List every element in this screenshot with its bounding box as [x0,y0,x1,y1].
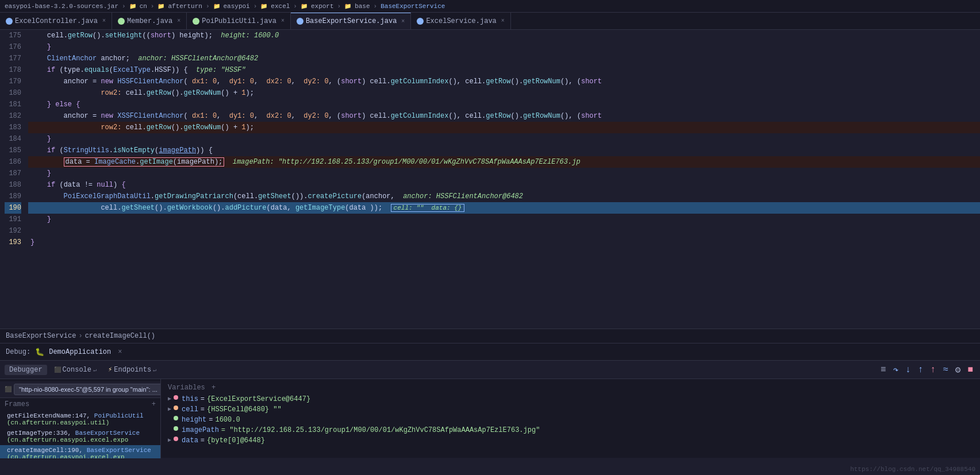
code-area: 175 176 177 178 179 180 181 182 183 184 … [0,30,980,329]
step-out-icon[interactable]: ↑ [916,365,926,375]
breadcrumb: BaseExportService › createImageCell() [0,329,980,343]
path-excel: excel [271,3,290,10]
var-item-imagepath[interactable]: ▶ imagePath = "http://192.168.25.133/gro… [163,425,978,435]
tab-close-excel-controller[interactable]: × [102,18,106,24]
tabs-bar: ExcelController.java × Member.java × Poi… [0,13,980,30]
path-easypoi: easypoi [224,3,250,10]
path-export: export [311,3,334,10]
debug-toolbar: Debugger ⬛ Console ↵ ⚡ Endpoints ↵ ≡ ↷ ↓… [0,361,980,379]
frame-item-3[interactable]: createImageCell:190, BaseExportService (… [0,445,160,458]
tab-close-poi-public-util[interactable]: × [281,18,285,24]
line-num-176: 176 [5,41,21,53]
step-into-icon[interactable]: ↓ [903,365,913,375]
frames-header: Frames + [0,398,160,411]
tab-label-excel-service: ExcelService.java [426,17,496,25]
console-label: Console [63,366,91,374]
resume-icon[interactable]: ≡ [878,365,889,375]
var-item-data[interactable]: ▶ data = {byte[0]@6448} [163,435,978,446]
debugger-tab[interactable]: Debugger [5,365,47,375]
code-line-178: if (type.equals(ExcelType.HSSF)) { type:… [28,64,980,76]
tab-excel-service[interactable]: ExcelService.java × [411,13,510,30]
expand-arrow-imagepath: ▶ [168,426,171,433]
frame-item-2[interactable]: getImageType:336, BaseExportService (cn.… [0,428,160,445]
line-num-185: 185 [5,145,21,156]
frames-panel: ⬛ "http-nio-8080-exec-5"@5,597 in group … [0,379,161,458]
var-value-imagepath: = "http://192.168.25.133/group1/M00/00/0… [221,426,540,434]
var-name-imagepath: imagePath [182,426,219,434]
endpoints-arrow: ↵ [153,366,156,373]
code-line-179: anchor = new HSSFClientAnchor( dx1: 0, d… [28,76,980,87]
frame-method-1: getFileExtendName:147, [7,412,94,419]
step-over-icon[interactable]: ↷ [891,364,901,376]
code-line-187: } [28,168,980,179]
var-item-height[interactable]: ▶ height = 1600.0 [163,415,978,425]
code-line-183: row2: cell.getRow().getRowNum() + 1); [28,122,980,133]
var-dot-this [174,395,178,400]
frame-class-3: BaseExportService [87,447,151,454]
code-line-182: anchor = new XSSFClientAnchor( dx1: 0, d… [28,110,980,122]
run-to-cursor-icon[interactable]: ↑ [928,365,939,375]
code-line-181: } else { [28,99,980,110]
expand-arrow-data[interactable]: ▶ [168,437,171,443]
var-name-cell: cell [182,406,198,414]
variables-label: Variables [168,384,205,392]
tab-base-export-service[interactable]: BaseExportService.java × [291,13,411,30]
evaluate-icon[interactable]: ≈ [940,365,951,375]
frames-label: Frames [5,400,29,408]
code-content[interactable]: cell.getRow().setHeight((short) height);… [26,30,980,329]
debug-title: Debug: 🐛 DemoApplication × [0,343,980,361]
console-tab[interactable]: ⬛ Console ↵ [49,365,101,375]
breadcrumb-class: BaseExportService [6,332,76,340]
var-equals-cell: = [201,406,205,414]
tab-label-base-export-service: BaseExportService.java [306,17,397,25]
java-i-icon-2 [193,18,199,25]
code-line-188: if (data != null) { [28,179,980,191]
var-value-cell: {HSSFCell@6480} "" [207,406,282,414]
frame-item-1[interactable]: getFileExtendName:147, PoiPublicUtil (cn… [0,411,160,428]
folder-icon-2: 📁 [157,3,164,10]
expand-arrow-this[interactable]: ▶ [168,395,171,402]
variables-header: Variables + [163,381,978,394]
tab-close-excel-service[interactable]: × [501,18,505,24]
folder-icon-3: 📁 [213,3,220,10]
tab-member[interactable]: Member.java × [112,13,187,30]
frame-pkg-2: (cn.afterturn.easypoi.excel.expo [7,437,128,443]
settings-icon[interactable]: ⚙ [953,364,963,376]
code-line-191: } [28,214,980,225]
line-num-189: 189 [5,191,21,202]
debug-close-icon[interactable]: × [118,348,122,356]
var-item-this[interactable]: ▶ this = {ExcelExportService@6447} [163,394,978,404]
java-c-icon [6,18,13,25]
tab-excel-controller[interactable]: ExcelController.java × [0,13,112,30]
line-num-186: 186 [5,156,21,168]
line-num-184: 184 [5,133,21,145]
line-num-188: 188 [5,179,21,191]
endpoints-tab[interactable]: ⚡ Endpoints ↵ [103,364,161,375]
line-num-190: 190 [5,202,21,214]
code-line-177: ClientAnchor anchor; anchor: HSSFClientA… [28,53,980,64]
console-arrow: ↵ [93,366,97,373]
path-class: BaseExportService [381,3,445,10]
code-line-185: if (StringUtils.isNotEmpty(imagePath)) { [28,145,980,156]
tab-close-member[interactable]: × [177,18,180,24]
line-num-182: 182 [5,110,21,122]
thread-dropdown[interactable]: "http-nio-8080-exec-5"@5,597 in group "m… [14,384,161,395]
frames-add-icon[interactable]: + [152,400,156,408]
tab-close-base-export-service[interactable]: × [401,18,405,25]
var-dot-height [174,416,178,420]
line-num-175: 175 [5,30,21,41]
folder-icon-6: 📁 [344,3,351,10]
variables-add-icon[interactable]: + [212,384,216,392]
line-num-181: 181 [5,99,21,110]
line-num-183: 183 [5,122,21,133]
folder-icon: 📁 [129,3,136,10]
stop-icon[interactable]: ■ [965,365,975,375]
code-line-175: cell.getRow().setHeight((short) height);… [28,30,980,41]
code-line-184: } [28,133,980,145]
var-item-cell[interactable]: ▶ cell = {HSSFCell@6480} "" [163,404,978,415]
code-line-190: cell.getSheet().getWorkbook().addPicture… [28,202,980,214]
expand-arrow-cell[interactable]: ▶ [168,406,171,412]
code-line-176: } [28,41,980,53]
tab-poi-public-util[interactable]: PoiPublicUtil.java × [187,13,291,30]
line-num-187: 187 [5,168,21,179]
